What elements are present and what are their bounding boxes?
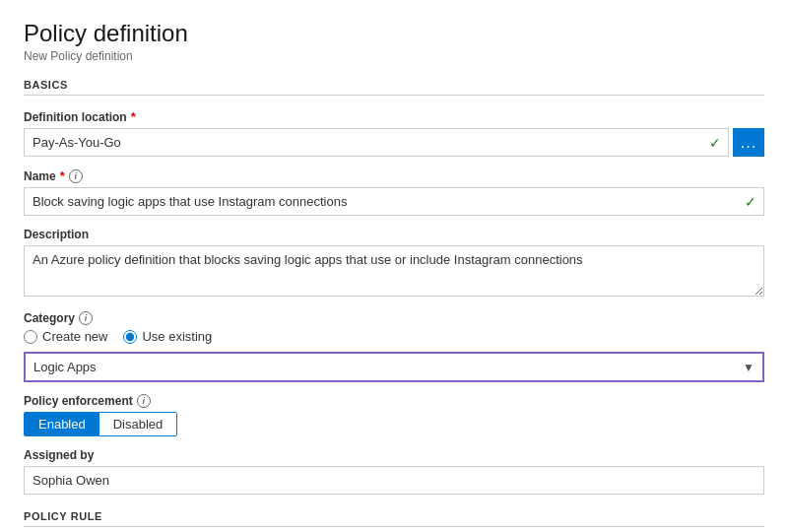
definition-location-ellipsis-button[interactable]: ... (733, 128, 764, 157)
assigned-by-input[interactable] (24, 466, 764, 495)
description-textarea[interactable] (24, 245, 764, 297)
definition-location-label: Definition location * (24, 109, 764, 124)
category-create-new-radio[interactable] (24, 330, 37, 344)
page-title: Policy definition (24, 20, 764, 47)
name-label: Name * i (24, 168, 764, 183)
policy-enforcement-disabled-button[interactable]: Disabled (99, 413, 177, 435)
category-info-icon[interactable]: i (79, 311, 93, 325)
description-label: Description (24, 228, 764, 241)
category-create-new-option[interactable]: Create new (24, 329, 107, 344)
definition-location-group: Definition location * ✓ ... (24, 109, 764, 157)
category-select-wrapper: Logic Apps Compute Storage Network ▼ (24, 352, 764, 382)
page-subtitle: New Policy definition (24, 49, 764, 63)
name-input[interactable] (24, 187, 764, 216)
definition-location-input[interactable] (24, 128, 729, 157)
description-group: Description (24, 228, 764, 299)
category-use-existing-option[interactable]: Use existing (123, 329, 212, 344)
policy-rule-section: POLICY RULE ↓ Import sample policy defin… (24, 510, 764, 532)
category-label: Category i (24, 311, 764, 325)
category-group: Category i Create new Use existing Logic… (24, 311, 764, 382)
category-select[interactable]: Logic Apps Compute Storage Network (24, 352, 764, 382)
definition-location-checkmark: ✓ (709, 135, 721, 151)
category-use-existing-radio[interactable] (123, 330, 137, 344)
definition-location-required: * (131, 109, 136, 124)
policy-enforcement-info-icon[interactable]: i (137, 394, 151, 408)
definition-location-input-wrapper: ✓ (24, 128, 729, 157)
policy-enforcement-enabled-button[interactable]: Enabled (25, 413, 99, 435)
policy-enforcement-toggle: Enabled Disabled (24, 412, 177, 436)
category-radio-group: Create new Use existing (24, 329, 764, 344)
name-info-icon[interactable]: i (69, 169, 83, 183)
definition-location-input-row: ✓ ... (24, 128, 764, 157)
assigned-by-group: Assigned by (24, 448, 764, 495)
name-checkmark: ✓ (745, 194, 756, 210)
policy-enforcement-label: Policy enforcement i (24, 394, 764, 408)
policy-enforcement-group: Policy enforcement i Enabled Disabled (24, 394, 764, 436)
policy-rule-section-header: POLICY RULE (24, 510, 764, 527)
name-group: Name * i ✓ (24, 168, 764, 216)
name-required: * (60, 168, 65, 183)
basics-section-header: BASICS (24, 79, 764, 96)
assigned-by-label: Assigned by (24, 448, 764, 462)
name-input-wrapper: ✓ (24, 187, 764, 216)
